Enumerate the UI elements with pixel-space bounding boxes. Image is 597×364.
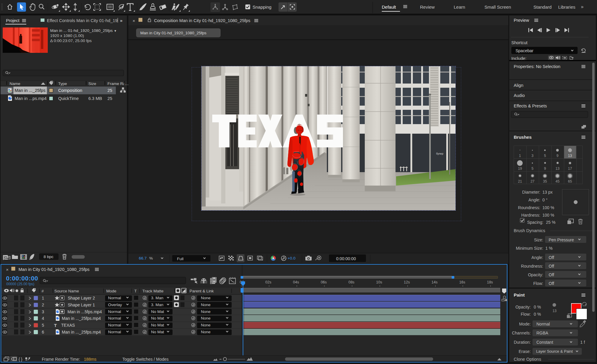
svg-text:бупер: бупер <box>436 152 443 155</box>
